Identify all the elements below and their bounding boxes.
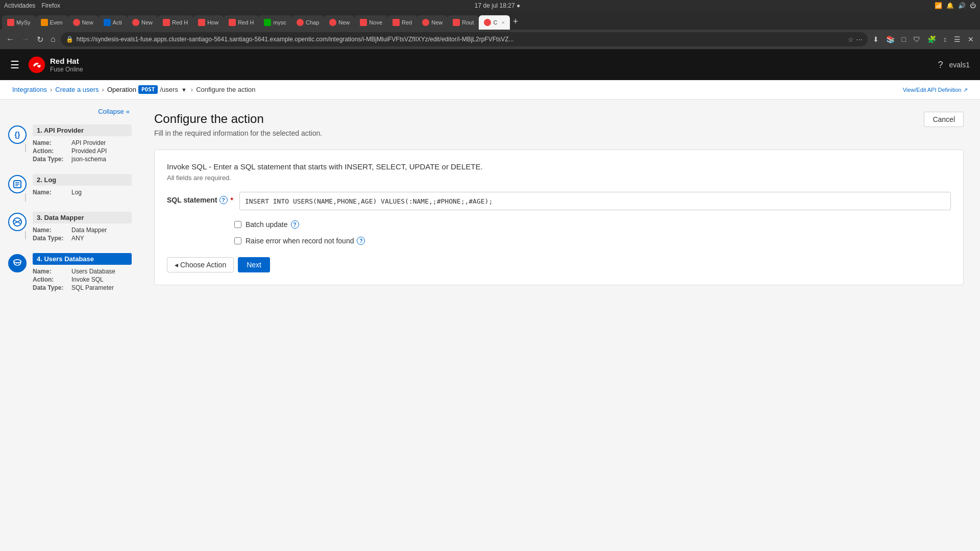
browser-tab[interactable]: Acti bbox=[99, 15, 127, 30]
browser-tab[interactable]: Nove bbox=[355, 15, 387, 30]
breadcrumb-sep-2: › bbox=[102, 86, 104, 93]
required-note: All fields are required. bbox=[167, 174, 951, 182]
view-edit-api-link[interactable]: View/Edit API Definition ↗ bbox=[903, 86, 968, 93]
shield-icon[interactable]: 🛡 bbox=[911, 34, 922, 44]
collapse-sidebar-button[interactable]: Collapse « bbox=[0, 108, 138, 121]
sql-statement-input[interactable] bbox=[239, 192, 951, 210]
sql-statement-row: SQL statement ? * bbox=[167, 192, 951, 210]
raise-error-checkbox[interactable] bbox=[234, 237, 241, 244]
step-1-datatype-value: json-schema bbox=[71, 156, 106, 163]
menu-icon[interactable]: ☰ bbox=[952, 34, 963, 44]
browser-tab[interactable]: New bbox=[417, 15, 448, 30]
svg-point-9 bbox=[14, 260, 21, 263]
breadcrumb-sep-3: › bbox=[191, 86, 193, 93]
breadcrumb-operation: Operation POST /users ▼ bbox=[107, 85, 188, 94]
browser-tab[interactable]: New bbox=[68, 15, 99, 30]
step-3-datatype-value: ANY bbox=[71, 235, 84, 242]
breadcrumb-integrations-link[interactable]: Integrations bbox=[12, 86, 47, 93]
breadcrumb-sep-1: › bbox=[50, 86, 52, 93]
library-icon[interactable]: 📚 bbox=[884, 34, 897, 44]
breadcrumb-bar: Integrations › Create a users › Operatio… bbox=[0, 80, 980, 99]
step-4-header: 4. Users Database bbox=[33, 253, 132, 265]
nav-home-button[interactable]: ⌂ bbox=[48, 34, 58, 45]
browser-chrome: MySy Even New Acti New Red H How Red H bbox=[0, 11, 980, 49]
hamburger-menu-button[interactable]: ☰ bbox=[10, 59, 19, 71]
nav-back-button[interactable]: ← bbox=[4, 34, 16, 45]
browser-tab[interactable]: MySy bbox=[2, 15, 36, 30]
step-3-icon bbox=[8, 213, 27, 231]
app-name-label: Red Hat bbox=[50, 57, 83, 66]
integration-sidebar: Collapse « {} 1. API Provider Name: API … bbox=[0, 99, 138, 550]
os-bar: Actividades Firefox 17 de jul 18:27 ● 📶🔔… bbox=[0, 0, 980, 11]
step-3-datatype-label: Data Type: bbox=[33, 235, 68, 242]
step-2-info: 2. Log Name: Log bbox=[33, 174, 132, 197]
step-connector-3 bbox=[25, 231, 26, 239]
help-icon[interactable]: ? bbox=[938, 60, 943, 70]
download-icon[interactable]: ⬇ bbox=[871, 34, 881, 44]
step-1-action-label: Action: bbox=[33, 147, 68, 155]
activities-label[interactable]: Actividades bbox=[4, 2, 35, 9]
breadcrumb-create-users-link[interactable]: Create a users bbox=[55, 86, 99, 93]
step-4-info: 4. Users Database Name: Users Database A… bbox=[33, 253, 132, 292]
tab-close-icon[interactable]: × bbox=[501, 19, 504, 26]
raise-error-help-icon[interactable]: ? bbox=[357, 237, 365, 245]
extensions-icon[interactable]: 🧩 bbox=[925, 34, 938, 44]
browser-tab[interactable]: Red H bbox=[158, 15, 193, 30]
app-header-actions: ? evals1 bbox=[938, 60, 970, 70]
new-tab-button[interactable]: + bbox=[510, 16, 522, 27]
browser-tab[interactable]: Rout bbox=[448, 15, 479, 30]
step-4-icon bbox=[8, 254, 27, 272]
url-bar[interactable]: 🔒 https://syndesis-evals1-fuse.apps.clus… bbox=[61, 32, 868, 46]
choose-action-button[interactable]: ◂ Choose Action bbox=[167, 257, 234, 272]
page-title: Configure the action bbox=[154, 112, 964, 126]
redhat-logo-icon bbox=[28, 56, 46, 74]
browser-tab[interactable]: New bbox=[127, 15, 158, 30]
nav-forward-button[interactable]: → bbox=[19, 34, 32, 45]
browser-action-icons: ⬇ 📚 □ 🛡 🧩 ↕ ☰ ✕ bbox=[871, 34, 976, 44]
browser-tab[interactable]: New bbox=[324, 15, 355, 30]
browser-tab-bar: MySy Even New Acti New Red H How Red H bbox=[0, 11, 980, 30]
step-4-name-value: Users Database bbox=[71, 268, 115, 275]
screenshot-icon[interactable]: □ bbox=[900, 34, 908, 44]
step-3-name-value: Data Mapper bbox=[71, 227, 107, 234]
sql-help-icon[interactable]: ? bbox=[219, 196, 228, 204]
page-subtitle: Fill in the required information for the… bbox=[154, 129, 964, 137]
action-buttons: ◂ Choose Action Next bbox=[167, 257, 951, 272]
raise-error-label: Raise error when record not found ? bbox=[246, 237, 365, 245]
batch-update-checkbox[interactable] bbox=[234, 221, 241, 228]
firefox-label[interactable]: Firefox bbox=[41, 2, 60, 9]
app-logo: Red Hat Fuse Online bbox=[28, 56, 83, 74]
browser-tab[interactable]: Even bbox=[36, 15, 68, 30]
svg-point-0 bbox=[29, 57, 45, 73]
info-icon[interactable]: ⋯ bbox=[856, 36, 863, 43]
browser-tab[interactable]: mysc bbox=[259, 15, 291, 30]
app-subtitle-label: Fuse Online bbox=[50, 66, 83, 73]
app-header: ☰ Red Hat Fuse Online ? evals1 bbox=[0, 49, 980, 80]
nav-reload-button[interactable]: ↻ bbox=[35, 34, 45, 45]
os-system-icons: 📶🔔🔊⏻ bbox=[935, 2, 976, 9]
browser-tab[interactable]: Chap bbox=[291, 15, 324, 30]
step-2-name-value: Log bbox=[71, 189, 82, 196]
browser-tab-active[interactable]: C × bbox=[479, 15, 509, 30]
batch-update-help-icon[interactable]: ? bbox=[291, 220, 299, 229]
user-menu-label[interactable]: evals1 bbox=[949, 61, 970, 69]
close-window-icon[interactable]: ✕ bbox=[966, 34, 976, 44]
cancel-button[interactable]: Cancel bbox=[924, 112, 964, 127]
bookmark-icon[interactable]: ☆ bbox=[848, 36, 854, 43]
browser-tab[interactable]: Red H bbox=[224, 15, 259, 30]
external-link-icon: ↗ bbox=[963, 87, 968, 93]
browser-tab[interactable]: Red bbox=[387, 15, 417, 30]
breadcrumb-current-label: Configure the action bbox=[196, 86, 255, 93]
next-button[interactable]: Next bbox=[238, 257, 270, 272]
operation-dropdown-button[interactable]: ▼ bbox=[180, 86, 188, 94]
browser-nav-bar: ← → ↻ ⌂ 🔒 https://syndesis-evals1-fuse.a… bbox=[0, 30, 980, 49]
step-2-item: 2. Log Name: Log bbox=[0, 171, 138, 205]
browser-tab[interactable]: How bbox=[193, 15, 224, 30]
step-2-name-label: Name: bbox=[33, 189, 68, 196]
sync-icon[interactable]: ↕ bbox=[941, 34, 949, 44]
step-connector-1 bbox=[25, 144, 26, 152]
step-1-item: {} 1. API Provider Name: API Provider Ac… bbox=[0, 121, 138, 167]
required-indicator: * bbox=[231, 196, 233, 204]
step-4-action-value: Invoke SQL bbox=[71, 276, 104, 283]
step-3-info: 3. Data Mapper Name: Data Mapper Data Ty… bbox=[33, 212, 132, 243]
